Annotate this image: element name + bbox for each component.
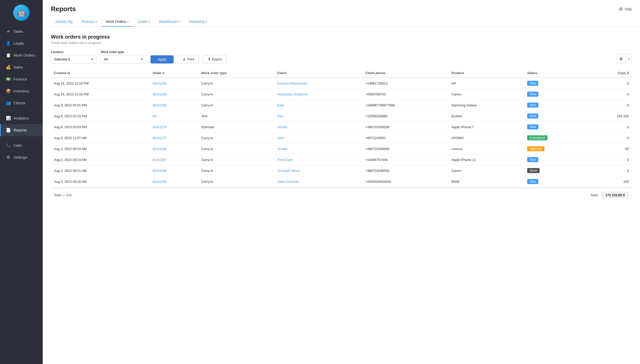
cell-phone: +14881726613	[362, 78, 448, 89]
cell-product: Canon	[448, 89, 524, 100]
table-footer: Total — 114 Total: 172 233,65 $	[51, 188, 632, 202]
cell-type: Carry-in	[198, 154, 274, 165]
tab-marketing[interactable]: Marketing▾	[184, 17, 211, 27]
help-button[interactable]: ⚙ Help	[619, 6, 632, 12]
cell-order[interactable]: BAA1281	[150, 100, 198, 111]
cell-type: Carry-in	[198, 89, 274, 100]
table-row: Aug 16, 2023 12:18 PMBAA1283Carry-inEwel…	[51, 78, 632, 89]
cell-order[interactable]: BAA1278	[150, 122, 198, 133]
cell-order[interactable]: BAA1268	[150, 143, 198, 154]
sidebar-item-inventory[interactable]: 📦 Inventory	[0, 85, 43, 97]
col-header-7: Cost, $	[588, 69, 632, 78]
inventory-icon: 📦	[6, 89, 11, 93]
sidebar-item-leads[interactable]: 👤 Leads	[0, 37, 43, 49]
cell-client[interactable]: Dan	[274, 111, 362, 122]
cell-created-at: Aug 16, 2023 12:16 PM	[51, 89, 150, 100]
cell-client[interactable]: Adam Sentinal	[274, 176, 362, 187]
cell-status: In progress	[524, 133, 588, 143]
table-row: Aug 8, 2023 03:03 PMBAA1278EstimateAmeli…	[51, 122, 632, 133]
cell-client[interactable]: AmaliaEl Idrissi	[274, 165, 362, 176]
tab-finance[interactable]: Finance▾	[77, 17, 101, 27]
cell-product: BMW	[448, 176, 524, 187]
tab-warehouse[interactable]: Warehouse▾	[155, 17, 184, 27]
tab-label-leads: Leads	[138, 20, 147, 24]
sidebar-item-clients[interactable]: 👥 Clients	[0, 97, 43, 109]
status-badge: Done	[527, 168, 540, 173]
cell-status: Approval	[524, 143, 588, 154]
cell-client[interactable]: John	[274, 133, 362, 143]
reports-icon: 📄	[6, 128, 11, 133]
cell-order[interactable]: BAA1265	[150, 176, 198, 187]
tab-work-orders[interactable]: Work Orders▾	[101, 17, 133, 27]
work-orders-icon: 📋	[6, 53, 11, 58]
help-label: Help	[624, 7, 632, 11]
logo-area: 🤖	[0, 0, 43, 25]
tab-chevron-warehouse: ▾	[178, 20, 180, 23]
col-header-5: Product	[448, 69, 524, 78]
sidebar-item-tasks[interactable]: ✔ Tasks	[0, 25, 43, 37]
cell-client[interactable]: Amelie	[274, 122, 362, 133]
apply-button[interactable]: Apply	[150, 55, 174, 63]
cell-created-at: Aug 8, 2023 03:03 PM	[51, 122, 150, 133]
cell-client[interactable]: Amelie	[274, 143, 362, 154]
status-badge: New	[527, 179, 538, 184]
sidebar-item-work-orders[interactable]: 📋 Work Orders	[0, 49, 43, 61]
tab-activity-log[interactable]: Activity log	[51, 17, 77, 27]
cell-status: New	[524, 176, 588, 187]
content-area: Work orders in progress These work order…	[43, 27, 640, 364]
cell-cost: 50	[588, 143, 632, 154]
print-button[interactable]: 🖨 Print	[178, 55, 199, 63]
cell-client[interactable]: Kate	[274, 100, 362, 111]
cell-status: New	[524, 122, 588, 133]
sidebar-item-finance[interactable]: 💵 Finance	[0, 73, 43, 85]
location-select[interactable]: Selected 3	[51, 55, 97, 63]
cell-phone: +0509769703	[362, 89, 448, 100]
cell-order[interactable]: BAA1266	[150, 165, 198, 176]
cell-product: Apple iPhone 11	[448, 154, 524, 165]
sidebar-nav: ✔ Tasks 👤 Leads 📋 Work Orders 💰 Sales 💵 …	[0, 25, 43, 163]
data-table: Created atOrder #Work order typeClientCl…	[51, 69, 632, 187]
sidebar-item-calls[interactable]: 📞 Calls	[0, 139, 43, 151]
settings-chevron-button[interactable]: ▾	[626, 55, 632, 63]
cell-created-at: Aug 2, 2023 09:18 AM	[51, 176, 150, 187]
work-order-type-select[interactable]: All	[101, 55, 146, 63]
tab-leads[interactable]: Leads▾	[133, 17, 155, 27]
cell-client[interactable]: Anastasiia Zhyltsova	[274, 89, 362, 100]
cell-order[interactable]: BAA1282	[150, 89, 198, 100]
export-button[interactable]: ⬆ Export	[203, 55, 227, 63]
table-row: Aug 8, 2023 03:10 PMB3TestDan+1250632698…	[51, 111, 632, 122]
cell-order[interactable]: BAA1267	[150, 154, 198, 165]
cell-cost: 0	[588, 154, 632, 165]
sidebar-item-label-reports: Reports	[13, 128, 27, 132]
sidebar-item-reports[interactable]: 📄 Reports	[0, 124, 43, 136]
cell-order[interactable]: BAA1277	[150, 133, 198, 143]
cell-client[interactable]: Fred Clark	[274, 154, 362, 165]
cell-created-at: Aug 2, 2023 09:21 AM	[51, 165, 150, 176]
sidebar-item-label-leads: Leads	[13, 41, 24, 45]
status-badge: New	[527, 124, 538, 129]
table-footer-total-text: Total:	[590, 193, 598, 197]
finance-icon: 💵	[6, 77, 11, 81]
sidebar-item-settings[interactable]: ⚙ Settings	[0, 151, 43, 163]
tab-chevron-finance: ▾	[95, 20, 97, 23]
status-badge: New	[527, 113, 538, 119]
print-icon: 🖨	[182, 57, 186, 61]
settings-icon-button[interactable]: ⚙	[616, 55, 626, 63]
cell-status: New	[524, 111, 588, 122]
col-header-0: Created at	[51, 69, 150, 78]
cell-order[interactable]: B3	[150, 111, 198, 122]
cell-order[interactable]: BAA1283	[150, 78, 198, 89]
sidebar-item-sales[interactable]: 💰 Sales	[0, 61, 43, 73]
status-badge: New	[527, 103, 538, 108]
cell-client[interactable]: Ewelina Wiśniewska	[274, 78, 362, 89]
table-footer-total-count: Total — 114	[54, 193, 71, 197]
settings-icon: ⚙	[6, 155, 11, 160]
sidebar-item-analytics[interactable]: 📊 Analytics	[0, 112, 43, 124]
table-head: Created atOrder #Work order typeClientCl…	[51, 69, 632, 78]
cell-product: Canon	[448, 165, 524, 176]
cell-phone: +19366757448	[362, 154, 448, 165]
print-label: Print	[187, 57, 194, 61]
cell-phone: +380731836266	[362, 122, 448, 133]
location-filter-group: Location Selected 3	[51, 50, 97, 63]
tab-chevron-work-orders: ▾	[127, 20, 129, 23]
